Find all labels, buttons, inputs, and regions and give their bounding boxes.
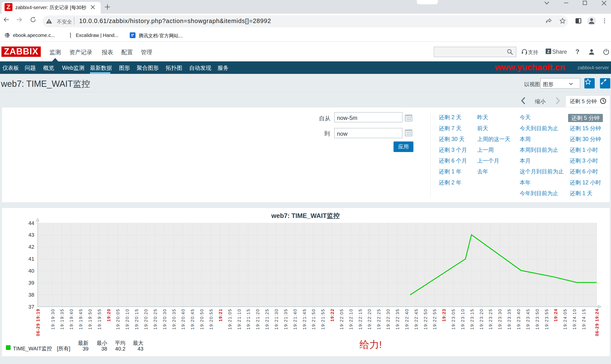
svg-text:19:19:30: 19:19:30	[51, 309, 55, 330]
svg-text:19:20:40: 19:20:40	[181, 309, 186, 330]
svg-text:19:23:10: 19:23:10	[460, 309, 465, 330]
svg-text:19:23:25: 19:23:25	[488, 309, 493, 330]
svg-text:38: 38	[28, 292, 34, 298]
svg-text:06-29 19:19: 06-29 19:19	[36, 309, 40, 336]
svg-text:19:22:05: 19:22:05	[339, 309, 344, 330]
svg-text:19:23:50: 19:23:50	[535, 309, 540, 330]
svg-text:43: 43	[28, 232, 34, 238]
svg-text:19:23:05: 19:23:05	[451, 309, 456, 330]
svg-text:19:22:50: 19:22:50	[423, 309, 428, 330]
svg-text:19:23:40: 19:23:40	[516, 309, 521, 330]
svg-text:19:20:20: 19:20:20	[144, 309, 148, 330]
svg-text:19:22:10: 19:22:10	[349, 309, 353, 330]
svg-text:19:23:20: 19:23:20	[479, 309, 484, 330]
svg-text:19:20:25: 19:20:25	[153, 309, 158, 330]
svg-text:19:21:15: 19:21:15	[246, 309, 251, 330]
svg-text:19:24: 19:24	[553, 309, 558, 322]
svg-text:19:24:05: 19:24:05	[563, 309, 568, 330]
svg-text:19:21:50: 19:21:50	[311, 309, 316, 330]
svg-text:19:20: 19:20	[106, 309, 111, 322]
svg-text:19:21:40: 19:21:40	[293, 309, 298, 330]
svg-text:19:22:25: 19:22:25	[377, 309, 381, 330]
svg-text:19:21:30: 19:21:30	[274, 309, 279, 330]
svg-text:19:19:40: 19:19:40	[69, 309, 74, 330]
svg-text:19:20:35: 19:20:35	[172, 309, 177, 330]
svg-text:19:19:50: 19:19:50	[88, 309, 92, 330]
svg-text:19:22:20: 19:22:20	[367, 309, 372, 330]
svg-text:19:24:15: 19:24:15	[582, 309, 586, 330]
svg-text:19:21:35: 19:21:35	[284, 309, 288, 330]
svg-text:06-29 19:24: 06-29 19:24	[595, 309, 599, 336]
svg-text:44: 44	[28, 220, 34, 226]
svg-text:41: 41	[28, 256, 34, 262]
svg-text:19:19:45: 19:19:45	[78, 309, 83, 330]
svg-text:19:22:45: 19:22:45	[414, 309, 419, 330]
svg-text:19:22:55: 19:22:55	[432, 309, 437, 330]
svg-text:19:23:35: 19:23:35	[507, 309, 512, 330]
svg-text:19:20:10: 19:20:10	[125, 309, 130, 330]
svg-text:40: 40	[28, 268, 34, 274]
svg-text:42: 42	[28, 244, 34, 250]
svg-text:19:20:50: 19:20:50	[199, 309, 204, 330]
svg-text:19:22:40: 19:22:40	[404, 309, 409, 330]
svg-text:39: 39	[28, 280, 34, 286]
svg-text:19:23: 19:23	[442, 309, 446, 322]
svg-text:19:22:30: 19:22:30	[386, 309, 391, 330]
svg-text:37: 37	[28, 304, 34, 310]
svg-text:19:20:55: 19:20:55	[209, 309, 214, 330]
svg-text:19:20:30: 19:20:30	[162, 309, 167, 330]
svg-text:19:21:45: 19:21:45	[302, 309, 307, 330]
svg-text:19:23:45: 19:23:45	[526, 309, 531, 330]
svg-text:19:23:55: 19:23:55	[544, 309, 549, 330]
svg-text:19:23:15: 19:23:15	[470, 309, 475, 330]
svg-text:19:21:55: 19:21:55	[321, 309, 325, 330]
svg-text:19:22:15: 19:22:15	[358, 309, 363, 330]
svg-text:19:23:30: 19:23:30	[498, 309, 502, 330]
svg-text:19:20:15: 19:20:15	[134, 309, 139, 330]
svg-text:19:22: 19:22	[330, 309, 335, 322]
svg-text:19:21:10: 19:21:10	[237, 309, 242, 330]
svg-text:19:20:05: 19:20:05	[116, 309, 120, 330]
svg-text:19:21:25: 19:21:25	[265, 309, 270, 330]
svg-text:19:22:35: 19:22:35	[395, 309, 400, 330]
svg-text:19:19:35: 19:19:35	[60, 309, 65, 330]
svg-text:19:20:45: 19:20:45	[190, 309, 195, 330]
svg-text:19:21:20: 19:21:20	[255, 309, 260, 330]
svg-text:19:21:05: 19:21:05	[228, 309, 232, 330]
svg-text:19:21: 19:21	[218, 309, 223, 322]
svg-text:19:19:55: 19:19:55	[97, 309, 102, 330]
svg-text:19:24:10: 19:24:10	[572, 309, 577, 330]
